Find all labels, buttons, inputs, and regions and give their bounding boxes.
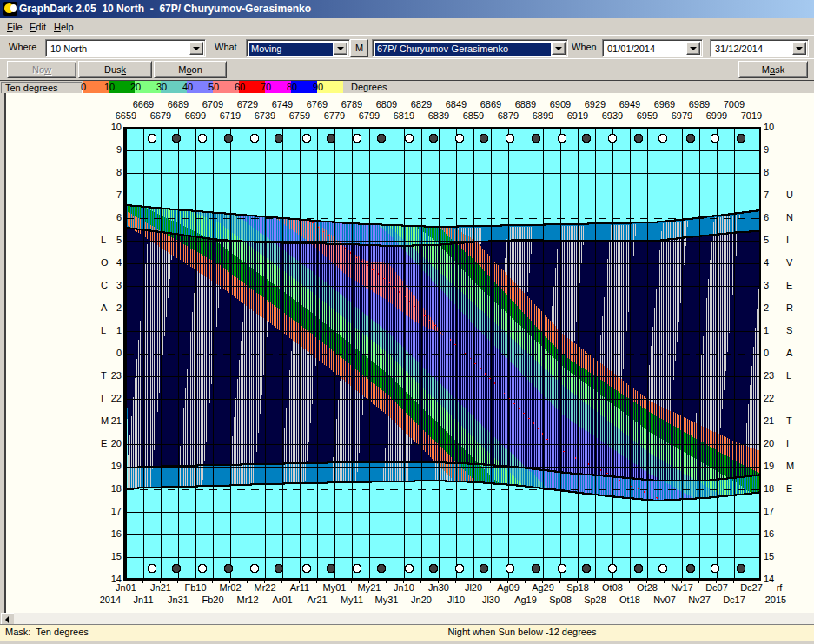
moon-button[interactable]: Moon [154, 61, 227, 78]
left-hour-label: 10 [87, 122, 122, 132]
full-moon-symbol [250, 564, 259, 573]
legend-tick-label: 0 [70, 82, 96, 92]
new-moon-symbol [686, 564, 695, 573]
right-axis-word-letter: L [786, 370, 791, 381]
bottom-axis-year-label: 2015 [750, 594, 802, 605]
right-hour-label: 0 [764, 348, 769, 358]
m-button[interactable]: M [350, 39, 368, 57]
new-moon-symbol [634, 564, 643, 573]
legend-tick-label: 20 [122, 82, 149, 92]
right-hour-label: 23 [764, 370, 774, 381]
left-axis-word-letter: E [101, 438, 107, 448]
left-axis-word-letter: A [101, 302, 107, 313]
left-hour-label: 15 [87, 551, 122, 561]
right-axis-word-letter: A [786, 348, 792, 358]
top-axis-label: 7019 [725, 110, 778, 121]
legend-tick-label: 60 [227, 82, 253, 92]
what-combobox[interactable]: Moving [246, 39, 350, 57]
where-combobox[interactable]: 10 North [45, 39, 206, 57]
where-dropdown-arrow-icon[interactable] [189, 42, 203, 55]
legend-tick-label: 80 [279, 82, 305, 92]
date-to-dropdown-arrow-icon[interactable] [792, 42, 806, 55]
full-moon-symbol [405, 564, 414, 573]
right-hour-label: 10 [764, 122, 774, 132]
legend-tick-label: 40 [175, 82, 201, 92]
window-title: GraphDark 2.05 10 North - 67P/ Churyumov… [19, 3, 311, 15]
full-moon-symbol [405, 134, 414, 143]
right-hour-label: 20 [764, 438, 774, 448]
legend-tick-label: 90 [305, 82, 331, 92]
date-from-combobox[interactable]: 01/01/2014 [602, 39, 703, 57]
plot-border-top [123, 127, 761, 129]
date-from-value: 01/01/2014 [606, 43, 657, 56]
right-axis-word-letter: T [786, 415, 792, 426]
full-moon-symbol [148, 134, 156, 143]
right-hour-label: 5 [764, 235, 769, 245]
left-axis-word-letter: O [101, 257, 109, 268]
menu-help[interactable]: Help [49, 20, 79, 34]
date-to-combobox[interactable]: 31/12/2014 [710, 39, 809, 57]
new-moon-symbol [224, 134, 233, 143]
new-moon-symbol [429, 134, 438, 143]
full-moon-symbol [506, 564, 514, 573]
right-hour-label: 19 [764, 461, 774, 471]
right-hour-label: 3 [764, 280, 769, 290]
full-moon-symbol [198, 134, 207, 143]
full-moon-symbol [711, 564, 719, 573]
legend-tick-label: 30 [149, 82, 175, 92]
window-bottom-edge [0, 641, 814, 644]
now-button: Now [7, 61, 76, 78]
legend-tick-label: 50 [201, 82, 227, 92]
what-label: What [215, 42, 237, 52]
object-combobox[interactable]: 67P/ Churyumov-Gerasimenko [372, 39, 568, 57]
right-hour-label: 21 [764, 415, 774, 426]
right-hour-label: 18 [764, 483, 774, 494]
new-moon-symbol [480, 564, 488, 573]
right-axis-word-letter: V [786, 257, 792, 268]
mask-button[interactable]: Mask [738, 61, 808, 78]
full-moon-symbol [558, 134, 566, 143]
right-hour-label: 15 [764, 551, 774, 561]
right-axis-word-letter: S [786, 325, 792, 335]
new-moon-symbol [582, 564, 591, 573]
top-axis-label: 7009 [708, 99, 760, 110]
date-from-dropdown-arrow-icon[interactable] [686, 42, 700, 55]
left-axis-word-letter: I [101, 393, 103, 403]
status-night-text: Night when Sun below -12 degrees [392, 627, 652, 637]
new-moon-symbol [686, 134, 695, 143]
date-to-value: 31/12/2014 [713, 43, 764, 56]
toolbar: Where 10 North What Moving M 67P/ Churyu… [0, 35, 814, 59]
right-axis-word-letter: R [786, 302, 793, 313]
menu-bar: File Edit Help [0, 18, 814, 35]
new-moon-symbol [224, 564, 233, 573]
new-moon-symbol [377, 564, 386, 573]
new-moon-symbol [377, 134, 386, 143]
menu-edit[interactable]: Edit [24, 20, 51, 34]
full-moon-symbol [250, 134, 259, 143]
legend-row: Ten degrees 0102030405060708090 Degrees [0, 80, 814, 94]
left-hour-label: 6 [87, 212, 122, 222]
full-moon-symbol [455, 134, 464, 143]
right-axis-word-letter: U [786, 189, 793, 200]
right-axis-word-letter: E [786, 483, 792, 494]
right-hour-label: 8 [764, 167, 769, 177]
object-dropdown-arrow-icon[interactable] [552, 42, 566, 55]
horizontal-scrollbar[interactable] [0, 612, 814, 624]
full-moon-symbol [148, 564, 156, 573]
right-hour-label: 1 [764, 325, 769, 335]
right-axis-word-letter: I [786, 438, 789, 448]
right-hour-label: 9 [764, 144, 769, 155]
full-moon-symbol [658, 134, 667, 143]
right-hour-label: 17 [764, 506, 774, 516]
right-hour-label: 6 [764, 212, 769, 222]
right-axis-word-letter: I [786, 235, 789, 245]
right-hour-label: 2 [764, 302, 769, 313]
scrollbar-track[interactable] [14, 613, 814, 624]
new-moon-symbol [275, 134, 283, 143]
dusk-button[interactable]: Dusk [78, 61, 152, 78]
full-moon-symbol [455, 564, 464, 573]
what-dropdown-arrow-icon[interactable] [334, 42, 347, 55]
status-bar: Mask: Ten degrees Night when Sun below -… [0, 624, 814, 641]
where-label: Where [9, 42, 36, 52]
new-moon-symbol [327, 134, 335, 143]
